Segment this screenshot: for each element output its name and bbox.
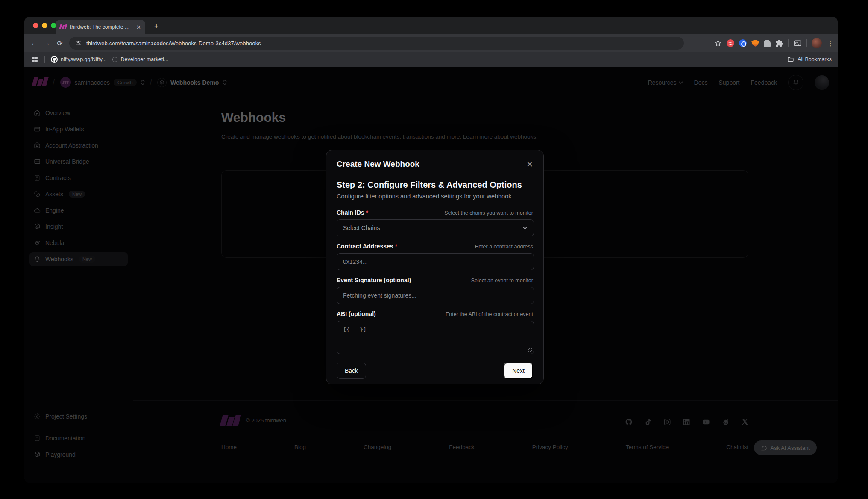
chain-ids-label: Chain IDs * — [337, 209, 368, 216]
select-chains-dropdown[interactable]: Select Chains — [337, 219, 534, 236]
browser-tab[interactable]: thirdweb: The complete web3 ✕ — [56, 20, 145, 34]
modal-title: Create New Webhook — [337, 159, 419, 169]
step-subtitle: Configure filter options and advanced se… — [337, 193, 533, 200]
metamask-extension-icon[interactable] — [751, 40, 759, 47]
phantom-extension-icon[interactable] — [764, 40, 771, 47]
browser-menu-icon[interactable]: ⋮ — [827, 39, 834, 47]
new-tab-button[interactable]: + — [151, 21, 162, 32]
toolbar-divider — [788, 39, 789, 47]
extension-icon-red[interactable] — [727, 39, 734, 47]
close-window-button[interactable] — [33, 23, 38, 28]
all-bookmarks[interactable]: All Bookmarks — [780, 56, 832, 63]
generic-favicon — [112, 57, 117, 62]
bookmarks-bar: niftyswap.gg/Nifty... Developer marketi.… — [24, 52, 838, 67]
extension-icon-blue[interactable] — [739, 39, 747, 47]
bookmark-developer-marketing[interactable]: Developer marketi... — [112, 56, 168, 62]
contract-addresses-label: Contract Addresses * — [337, 243, 397, 250]
contract-address-input[interactable] — [337, 253, 534, 270]
minimize-window-button[interactable] — [42, 23, 47, 28]
bookmarks-divider — [44, 56, 45, 63]
extensions-puzzle-icon[interactable] — [775, 39, 783, 47]
bookmark-label: niftyswap.gg/Nifty... — [61, 56, 106, 62]
thirdweb-favicon — [60, 23, 67, 31]
window-controls — [33, 23, 56, 28]
url-text: thirdweb.com/team/saminacodes/Webhooks-D… — [86, 40, 261, 47]
abi-textarea[interactable]: [{...}] — [337, 321, 534, 354]
create-webhook-modal: Create New Webhook ✕ Step 2: Configure F… — [326, 150, 544, 384]
toolbar-right-cluster: ⋮ — [714, 34, 834, 52]
apps-grid-icon[interactable] — [31, 56, 38, 63]
forward-icon[interactable]: → — [41, 39, 53, 47]
folder-icon — [787, 56, 794, 63]
abi-hint: Enter the ABI of the contract or event — [446, 311, 533, 317]
bookmarks-divider — [780, 56, 780, 63]
tab-close-icon[interactable]: ✕ — [136, 24, 141, 30]
chevron-down-icon — [522, 226, 528, 230]
reload-icon[interactable]: ⟳ — [53, 39, 66, 47]
browser-toolbar: ← → ⟳ thirdweb.com/team/saminacodes/Webh… — [24, 34, 838, 52]
browser-window: thirdweb: The complete web3 ✕ + ← → ⟳ th… — [24, 17, 838, 483]
back-button[interactable]: Back — [337, 363, 366, 379]
search-tabs-icon[interactable] — [793, 39, 802, 47]
event-signature-hint: Select an event to monitor — [471, 278, 533, 283]
bookmark-star-icon[interactable] — [714, 39, 722, 47]
close-icon[interactable]: ✕ — [526, 160, 533, 168]
tab-title: thirdweb: The complete web3 — [70, 24, 133, 30]
resize-handle[interactable] — [528, 348, 532, 352]
bookmark-niftyswap[interactable]: niftyswap.gg/Nifty... — [51, 56, 106, 63]
event-signature-label: Event Signature (optional) — [337, 277, 411, 283]
tab-strip: thirdweb: The complete web3 ✕ + — [24, 17, 838, 34]
contract-addresses-hint: Enter a contract address — [475, 244, 533, 250]
bookmark-label: Developer marketi... — [120, 56, 168, 62]
toolbar-divider — [806, 39, 807, 47]
step-title: Step 2: Configure Filters & Advanced Opt… — [337, 180, 533, 190]
all-bookmarks-label: All Bookmarks — [798, 56, 832, 62]
back-icon[interactable]: ← — [28, 39, 41, 47]
site-settings-icon[interactable] — [75, 40, 82, 47]
chain-ids-hint: Select the chains you want to monitor — [444, 210, 533, 216]
event-signature-input[interactable] — [337, 287, 534, 304]
address-bar[interactable]: thirdweb.com/team/saminacodes/Webhooks-D… — [69, 37, 684, 50]
github-favicon — [51, 56, 58, 63]
desktop: thirdweb: The complete web3 ✕ + ← → ⟳ th… — [0, 0, 868, 499]
next-button[interactable]: Next — [504, 363, 533, 379]
browser-profile-avatar[interactable] — [812, 38, 822, 48]
abi-label: ABI (optional) — [337, 310, 376, 317]
